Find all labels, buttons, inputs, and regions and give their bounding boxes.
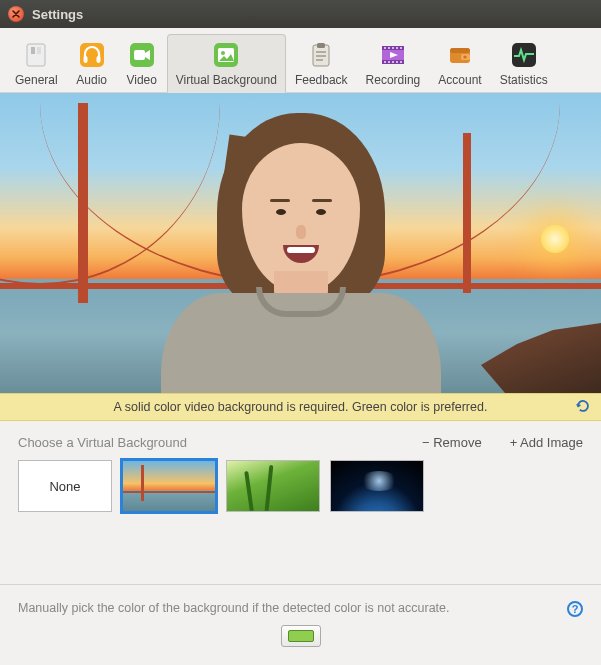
tab-label: Virtual Background	[176, 73, 277, 87]
wallet-icon	[444, 39, 476, 71]
tab-recording[interactable]: Recording	[357, 34, 430, 92]
person-silhouette	[161, 123, 441, 393]
thumb-golden-gate[interactable]	[122, 460, 216, 512]
earth-thumbnail-art	[331, 461, 423, 511]
color-swatch	[288, 630, 314, 642]
svg-rect-7	[134, 50, 145, 60]
bridge-thumbnail-art	[123, 461, 215, 511]
hint-text: A solid color video background is requir…	[114, 400, 488, 414]
svg-rect-30	[450, 48, 470, 53]
video-preview	[0, 93, 601, 393]
help-button[interactable]: ?	[567, 601, 583, 617]
clipboard-icon	[305, 39, 337, 71]
svg-rect-0	[27, 44, 45, 66]
close-icon	[12, 10, 20, 18]
svg-rect-22	[396, 47, 398, 49]
manual-color-text: Manually pick the color of the backgroun…	[18, 601, 583, 615]
tab-label: Recording	[366, 73, 421, 87]
background-thumbnails: None	[18, 460, 583, 512]
svg-rect-12	[317, 43, 325, 48]
window-title: Settings	[32, 7, 83, 22]
tab-feedback[interactable]: Feedback	[286, 34, 357, 92]
svg-rect-2	[37, 47, 41, 54]
tab-label: Video	[126, 73, 156, 87]
svg-rect-20	[388, 47, 390, 49]
video-camera-icon	[126, 39, 158, 71]
svg-rect-25	[388, 61, 390, 63]
svg-rect-24	[384, 61, 386, 63]
svg-point-10	[221, 51, 225, 55]
add-image-button[interactable]: + Add Image	[510, 435, 583, 450]
headphones-icon	[76, 39, 108, 71]
grass-thumbnail-art	[227, 461, 319, 511]
section-heading: Choose a Virtual Background	[18, 435, 187, 450]
svg-rect-5	[96, 56, 100, 63]
heartbeat-icon	[508, 39, 540, 71]
tab-account[interactable]: Account	[429, 34, 490, 92]
rotate-icon	[575, 398, 591, 414]
tab-label: Account	[438, 73, 481, 87]
settings-tabs: General Audio Video Virtual Background F	[0, 28, 601, 93]
tab-label: Feedback	[295, 73, 348, 87]
thumb-earth[interactable]	[330, 460, 424, 512]
tab-label: Audio	[76, 73, 107, 87]
help-icon: ?	[572, 603, 579, 615]
svg-rect-23	[400, 47, 402, 49]
svg-rect-28	[400, 61, 402, 63]
manual-color-section: Manually pick the color of the backgroun…	[0, 584, 601, 665]
window-close-button[interactable]	[8, 6, 24, 22]
svg-rect-4	[83, 56, 87, 63]
tab-statistics[interactable]: Statistics	[491, 34, 557, 92]
tab-video[interactable]: Video	[117, 34, 167, 92]
thumb-grass[interactable]	[226, 460, 320, 512]
color-picker-button[interactable]	[281, 625, 321, 647]
tab-general[interactable]: General	[6, 34, 67, 92]
general-icon	[20, 39, 52, 71]
rotate-button[interactable]	[575, 398, 591, 414]
remove-image-button[interactable]: − Remove	[422, 435, 482, 450]
tab-label: General	[15, 73, 58, 87]
tab-virtual-background[interactable]: Virtual Background	[167, 34, 286, 93]
image-icon	[210, 39, 242, 71]
tab-label: Statistics	[500, 73, 548, 87]
tab-audio[interactable]: Audio	[67, 34, 117, 92]
titlebar: Settings	[0, 0, 601, 28]
virtual-background-section: Choose a Virtual Background − Remove + A…	[0, 421, 601, 520]
thumb-none[interactable]: None	[18, 460, 112, 512]
film-icon	[377, 39, 409, 71]
thumb-none-label: None	[49, 479, 80, 494]
hint-bar: A solid color video background is requir…	[0, 393, 601, 421]
video-preview-container: A solid color video background is requir…	[0, 93, 601, 421]
svg-rect-27	[396, 61, 398, 63]
svg-rect-19	[384, 47, 386, 49]
svg-rect-21	[392, 47, 394, 49]
settings-content: General Audio Video Virtual Background F	[0, 28, 601, 665]
svg-rect-26	[392, 61, 394, 63]
svg-rect-1	[31, 47, 35, 54]
svg-point-32	[463, 55, 466, 58]
